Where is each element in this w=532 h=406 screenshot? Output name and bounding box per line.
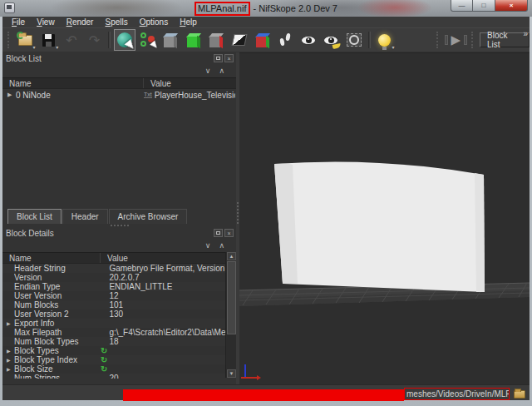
viewport-3d[interactable] (239, 52, 530, 384)
detail-row-num-block-types[interactable]: ▶ Num Block Types ↻ 18 (2, 337, 225, 346)
screen-mesh[interactable] (274, 161, 485, 292)
double-sided-button[interactable] (229, 29, 250, 51)
block-list-panel-header[interactable]: Block List × (2, 52, 236, 65)
tab-header[interactable]: Header (62, 209, 108, 224)
expander-icon[interactable]: ▶ (7, 321, 14, 326)
block-details-table-header: Name Value (2, 252, 225, 264)
expander-icon[interactable]: ▶ (7, 367, 14, 372)
column-header-name[interactable]: Name (2, 253, 101, 263)
save-floppy-icon (42, 34, 55, 47)
detail-row-user-version-2[interactable]: ▶ User Version 2 ↻ 130 (2, 309, 225, 319)
detail-row-num-strings[interactable]: ▶ Num Strings ↻ 20 (2, 374, 225, 379)
animation-slider[interactable] (445, 35, 448, 45)
column-header-name[interactable]: Name (2, 78, 144, 88)
menu-item-file[interactable]: File (6, 17, 31, 27)
menu-item-spells[interactable]: Spells (99, 17, 133, 27)
close-button[interactable]: × (495, 0, 528, 12)
expander-icon[interactable]: ▶ (7, 349, 14, 354)
tab-block-list[interactable]: Block List (7, 209, 62, 224)
scrollbar-thumb[interactable] (227, 261, 236, 334)
refresh-icon: ↻ (101, 356, 107, 364)
combo-grip[interactable] (471, 32, 475, 48)
animation-toolbar-grip[interactable] (436, 32, 441, 48)
title-bar[interactable]: MLPAnal.nif - NifSkope 2.0 Dev 7 — □ × (0, 0, 532, 17)
hide-blocks-button[interactable] (206, 29, 228, 51)
detail-row-num-blocks[interactable]: ▶ Num Blocks ↻ 101 (2, 300, 225, 309)
cell-value: ↻ 18 (101, 337, 225, 346)
file-path-field annotation-box[interactable]: meshes/Videos/DriveIn/MLPAnal.nif (404, 388, 510, 400)
float-panel-button[interactable] (214, 229, 223, 237)
detail-row-export-info[interactable]: ▶ Export Info ↻ (2, 319, 225, 328)
axes-indicator (241, 364, 261, 380)
lightbulb-icon (378, 34, 391, 47)
open-file-button[interactable]: ▾ (15, 29, 37, 51)
detail-row-user-version[interactable]: ▶ User Version ↻ 12 (2, 291, 225, 300)
undo-icon: ↶ (66, 32, 76, 48)
block-details-panel-header[interactable]: Block Details × (2, 227, 236, 240)
show-colors-button[interactable] (252, 29, 273, 51)
screenshot-button[interactable] (343, 29, 365, 51)
scroll-down-arrow[interactable]: ▼ (227, 369, 236, 378)
cell-name: Block Types (14, 346, 101, 355)
vertical-scrollbar[interactable]: ▲ ▼ (225, 252, 236, 378)
menu-item-view[interactable]: View (31, 17, 61, 27)
block-row-0-ninode[interactable]: ▶ 0 NiNode Txt PlayerHouse_Television0..… (2, 89, 236, 101)
close-icon: × (227, 230, 230, 236)
cell-value: ↻ (101, 356, 225, 364)
menu-item-help[interactable]: Help (174, 17, 203, 27)
expander-icon[interactable]: ▶ (7, 358, 14, 363)
toolbar: ▾ ▾ ↶ ↷ (2, 27, 530, 52)
menu-item-render[interactable]: Render (61, 17, 100, 27)
minimize-button[interactable]: — (451, 0, 473, 12)
float-icon (216, 57, 220, 60)
close-panel-button[interactable]: × (224, 54, 234, 62)
play-button[interactable]: ▶ (451, 32, 461, 47)
cell-value: ↻ 130 (101, 309, 225, 319)
save-file-button[interactable]: ▾ (38, 29, 60, 51)
detail-row-block-types[interactable]: ▶ Block Types ↻ (2, 346, 225, 355)
column-header-value[interactable]: Value (101, 253, 225, 263)
detail-row-max-filepath[interactable]: ▶ Max Filepath ↻ g:\_F4\Scratch\Editor2\… (2, 328, 225, 337)
float-panel-button[interactable] (214, 54, 223, 62)
vertex-color-visibility-button[interactable] (321, 29, 342, 51)
lighting-button[interactable]: ▾ (374, 29, 396, 51)
show-blocks-button[interactable] (160, 29, 182, 51)
expand-tree-button[interactable]: ∨ (205, 242, 211, 250)
cell-name: User Version (14, 291, 101, 300)
show-shapes-button[interactable] (183, 29, 204, 51)
select-vertex-mode-button[interactable] (137, 29, 159, 51)
vertex-select-icon (140, 32, 155, 47)
scroll-up-arrow[interactable]: ▲ (227, 252, 236, 260)
select-object-mode-button[interactable] (114, 29, 135, 51)
expander-icon[interactable]: ▶ (7, 92, 16, 98)
open-folder-icon (18, 35, 32, 46)
menu-item-options[interactable]: Options (134, 17, 174, 27)
collapse-tree-button[interactable]: ∧ (219, 67, 224, 75)
close-panel-button[interactable]: × (224, 229, 234, 237)
show-nodes-button[interactable] (274, 29, 296, 51)
text-string-icon: Txt (144, 92, 152, 98)
dock-tab-bar: Block ListHeaderArchive Browser (2, 207, 236, 224)
collapse-tree-button[interactable]: ∧ (219, 242, 224, 250)
gray-cube-icon (164, 37, 177, 47)
detail-row-header-string[interactable]: ▶ Header String ↻ Gamebryo File Format, … (2, 264, 225, 273)
visibility-button[interactable] (298, 29, 319, 51)
undo-button[interactable]: ↶ (61, 29, 82, 51)
redo-button[interactable]: ↷ (84, 29, 106, 51)
toolbar-grip[interactable] (7, 32, 12, 48)
animation-slider-handle[interactable] (464, 35, 467, 45)
detail-row-version[interactable]: ▶ Version ↻ 20.2.0.7 (2, 273, 225, 282)
cell-name: 0 NiNode (16, 91, 144, 100)
toolbar-overflow-chevron[interactable]: » (523, 29, 528, 38)
maximize-button[interactable]: □ (473, 0, 495, 12)
detail-row-endian-type[interactable]: ▶ Endian Type ↻ ENDIAN_LITTLE (2, 282, 225, 291)
eye-icon (301, 36, 316, 45)
browse-folder-button[interactable] (512, 389, 526, 399)
block-list-combo[interactable]: Block List (480, 32, 530, 47)
detail-row-block-size[interactable]: ▶ Block Size ↻ (2, 364, 225, 374)
tab-archive-browser[interactable]: Archive Browser (109, 209, 188, 224)
expand-tree-button[interactable]: ∨ (205, 67, 211, 75)
detail-row-block-type-index[interactable]: ▶ Block Type Index ↻ (2, 355, 225, 364)
camera-icon (347, 33, 362, 47)
column-header-value[interactable]: Value (144, 78, 236, 88)
